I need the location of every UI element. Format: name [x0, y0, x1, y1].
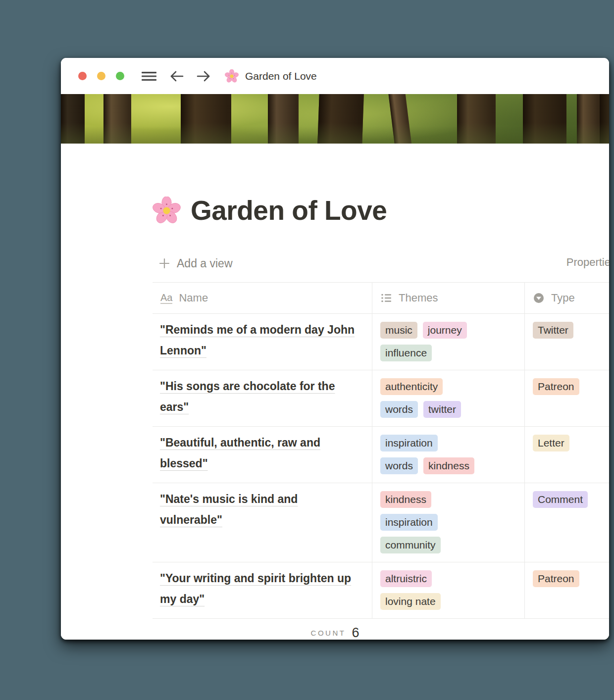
row-themes-cell: kindnessinspirationcommunity: [372, 483, 525, 562]
view-toolbar: Add a view Properties: [153, 251, 609, 276]
tag-Comment[interactable]: Comment: [533, 491, 588, 508]
tag-inspiration[interactable]: inspiration: [380, 514, 438, 531]
app-window: Garden of Love Garden of Love Ad: [61, 58, 609, 640]
plus-icon: [158, 257, 170, 269]
count-value[interactable]: 6: [352, 625, 359, 640]
cover-image: [61, 94, 609, 144]
tree-trunk: [577, 94, 600, 144]
row-name-cell: "Your writing and spirit brighten up my …: [153, 562, 372, 618]
table-row: "Your writing and spirit brighten up my …: [153, 562, 609, 619]
row-type-cell: Twitter: [525, 314, 609, 370]
tag-Twitter[interactable]: Twitter: [533, 322, 573, 339]
tag-music[interactable]: music: [380, 322, 417, 339]
tag-journey[interactable]: journey: [423, 322, 467, 339]
tag-altruistric[interactable]: altruistric: [380, 570, 432, 587]
add-view-button[interactable]: Add a view: [158, 257, 233, 270]
tree-trunk: [457, 94, 496, 144]
column-header-label: Themes: [399, 292, 438, 304]
row-type-cell: Comment: [525, 483, 609, 562]
tree-trunk: [181, 94, 231, 144]
tree-trunk: [600, 94, 609, 144]
tag-Letter[interactable]: Letter: [533, 435, 569, 451]
tree-trunk: [388, 94, 412, 144]
tag-loving-nate[interactable]: loving nate: [380, 593, 441, 610]
count-label[interactable]: COUNT: [311, 629, 346, 637]
row-themes-cell: inspirationwordskindness: [372, 427, 525, 483]
traffic-lights: [78, 72, 124, 80]
zoom-window-button[interactable]: [116, 72, 124, 80]
row-name-cell: "Nate's music is kind and vulnerable": [153, 483, 372, 562]
sidebar-menu-icon[interactable]: [141, 70, 157, 82]
tag-Patreon[interactable]: Patreon: [533, 570, 579, 587]
row-themes-cell: authenticitywordstwitter: [372, 370, 525, 426]
row-name-cell: "Beautiful, authentic, raw and blessed": [153, 427, 372, 483]
row-name-link[interactable]: "Nate's music is kind and vulnerable": [160, 493, 298, 526]
tree-trunk: [523, 94, 566, 144]
cherry-blossom-icon: [225, 69, 239, 83]
tag-words[interactable]: words: [380, 401, 418, 418]
row-name-cell: "His songs are chocolate for the ears": [153, 370, 372, 426]
page-content: Garden of Love Add a view Properties Aa …: [61, 144, 609, 640]
page-title-text: Garden of Love: [191, 195, 387, 226]
cherry-blossom-icon: [153, 197, 181, 225]
row-type-cell: Patreon: [525, 562, 609, 618]
tree-trunk: [103, 94, 131, 144]
tag-influence[interactable]: influence: [380, 345, 432, 361]
table-row: "Nate's music is kind and vulnerable" ki…: [153, 483, 609, 562]
tag-kindness[interactable]: kindness: [423, 457, 474, 474]
table-row: "His songs are chocolate for the ears" a…: [153, 370, 609, 427]
tag-words[interactable]: words: [380, 457, 418, 474]
tag-community[interactable]: community: [380, 537, 441, 553]
back-arrow-icon[interactable]: [169, 70, 184, 83]
tree-trunk: [61, 94, 85, 144]
tag-twitter[interactable]: twitter: [423, 401, 461, 418]
row-name-link[interactable]: "Your writing and spirit brighten up my …: [160, 572, 351, 605]
row-themes-cell: altruistricloving nate: [372, 562, 525, 618]
multiselect-property-icon: [380, 292, 392, 304]
row-name-link[interactable]: "His songs are chocolate for the ears": [160, 380, 335, 413]
database-table: Aa Name Themes: [153, 282, 609, 640]
table-header-row: Aa Name Themes: [153, 282, 609, 314]
table-footer: COUNT 6: [61, 619, 609, 640]
minimize-window-button[interactable]: [97, 72, 105, 80]
row-name-cell: "Reminds me of a modern day John Lennon": [153, 314, 372, 370]
table-body: "Reminds me of a modern day John Lennon"…: [153, 314, 609, 619]
window-title: Garden of Love: [245, 70, 317, 82]
tree-trunk: [317, 94, 364, 144]
tag-authenticity[interactable]: authenticity: [380, 378, 443, 395]
column-header-label: Type: [551, 292, 575, 304]
tag-inspiration[interactable]: inspiration: [380, 435, 438, 451]
row-themes-cell: musicjourneyinfluence: [372, 314, 525, 370]
row-name-link[interactable]: "Beautiful, authentic, raw and blessed": [160, 436, 320, 470]
page-title: Garden of Love: [153, 195, 609, 226]
column-header-name[interactable]: Aa Name: [153, 283, 372, 313]
column-header-type[interactable]: Type: [525, 283, 609, 313]
properties-button[interactable]: Properties: [566, 256, 609, 269]
column-header-label: Name: [179, 292, 208, 304]
forward-arrow-icon[interactable]: [196, 70, 211, 83]
tag-Patreon[interactable]: Patreon: [533, 378, 579, 395]
column-header-themes[interactable]: Themes: [372, 283, 525, 313]
tree-trunk: [268, 94, 299, 144]
add-view-label: Add a view: [177, 257, 233, 270]
row-type-cell: Patreon: [525, 370, 609, 426]
table-row: "Beautiful, authentic, raw and blessed" …: [153, 427, 609, 483]
row-type-cell: Letter: [525, 427, 609, 483]
tag-kindness[interactable]: kindness: [380, 491, 431, 508]
titlebar: Garden of Love: [61, 58, 609, 94]
text-property-icon: Aa: [160, 293, 172, 304]
row-name-link[interactable]: "Reminds me of a modern day John Lennon": [160, 323, 355, 357]
table-row: "Reminds me of a modern day John Lennon"…: [153, 314, 609, 370]
select-property-icon: [533, 292, 545, 304]
close-window-button[interactable]: [78, 72, 87, 80]
